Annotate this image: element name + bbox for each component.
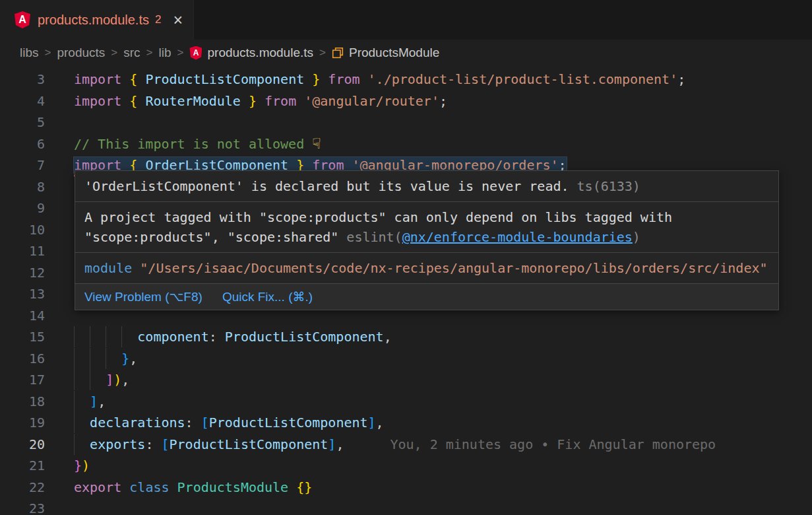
code-token: , <box>336 436 344 452</box>
indent-guide <box>74 391 75 412</box>
code-token: from <box>265 93 296 109</box>
indent-guide <box>90 348 90 369</box>
indent-guide <box>106 326 106 347</box>
code-line-4[interactable]: 4import { RouterModule } from '@angular/… <box>0 90 812 112</box>
line-text: // This import is not allowed ☟ <box>74 135 321 152</box>
code-token: from <box>328 71 359 87</box>
indent-guide <box>121 326 122 347</box>
hover-text: eslint( <box>346 229 402 245</box>
code-token: : <box>145 436 161 452</box>
hover-text: ) <box>633 229 640 245</box>
tab-bar: A products.module.ts 2 × <box>0 0 812 40</box>
breadcrumb-label: ProductsModule <box>349 46 439 60</box>
code-token: ; <box>439 93 447 109</box>
line-text: import { RouterModule } from '@angular/r… <box>74 93 447 109</box>
breadcrumb-label: libs <box>20 46 39 60</box>
hover-widget: 'OrderListComponent' is declared but its… <box>75 170 779 310</box>
code-token <box>121 479 129 495</box>
quick-fix-link[interactable]: Quick Fix... (⌘.) <box>222 289 313 304</box>
code-token <box>121 71 129 87</box>
line-text: }) <box>74 458 90 473</box>
class-symbol-icon <box>332 47 344 59</box>
code-line-20[interactable]: 20 exports: [ProductListComponent],You, … <box>0 434 812 456</box>
line-number: 7 <box>0 157 45 173</box>
code-token: component <box>137 329 208 345</box>
breadcrumb-label: products.module.ts <box>207 46 313 60</box>
code-token: ] <box>328 436 336 452</box>
code-token <box>74 436 90 452</box>
breadcrumb-separator: > <box>111 46 117 59</box>
line-text: import { ProductListComponent } from './… <box>74 71 685 87</box>
code-line-16[interactable]: 16 }, <box>0 348 812 370</box>
breadcrumb-separator: > <box>45 46 51 59</box>
breadcrumb: libs>products>src>lib>Aproducts.module.t… <box>0 40 812 66</box>
code-token: { <box>129 71 137 87</box>
line-number: 11 <box>0 243 45 259</box>
code-line-6[interactable]: 6// This import is not allowed ☟ <box>0 133 812 155</box>
indent-guide <box>90 326 90 347</box>
breadcrumb-separator: > <box>319 46 326 59</box>
code-token: ) <box>113 372 121 388</box>
code-line-22[interactable]: 22export class ProductsModule {} <box>0 477 812 498</box>
code-line-3[interactable]: 3import { ProductListComponent } from '.… <box>0 69 812 90</box>
code-line-5[interactable]: 5 <box>0 112 812 133</box>
code-token <box>137 93 145 109</box>
code-token: [ <box>201 415 209 430</box>
code-token <box>257 93 265 109</box>
indent-guide <box>106 348 106 369</box>
tab-products-module[interactable]: A products.module.ts 2 × <box>0 0 194 40</box>
line-number: 12 <box>0 265 45 281</box>
code-token: [ <box>161 436 169 452</box>
hover-status-bar: View Problem (⌥F8)Quick Fix... (⌘.) <box>75 283 778 310</box>
line-number: 13 <box>0 286 45 302</box>
line-text: ], <box>74 394 106 409</box>
hover-text: ts(6133) <box>569 178 640 194</box>
code-token <box>320 71 328 87</box>
angular-icon: A <box>15 11 30 28</box>
code-token: ProductListComponent <box>225 329 384 345</box>
code-editor[interactable]: 3import { ProductListComponent } from '.… <box>0 66 812 515</box>
breadcrumb-label: products <box>57 46 105 60</box>
code-token: } <box>312 71 320 87</box>
breadcrumb-item-src[interactable]: src <box>123 46 140 60</box>
hover-section-2: A project tagged with "scope:products" c… <box>75 202 778 252</box>
breadcrumb-item-libs[interactable]: libs <box>20 46 39 60</box>
view-problem-link[interactable]: View Problem (⌥F8) <box>84 289 203 304</box>
code-line-21[interactable]: 21}) <box>0 455 812 477</box>
line-number: 3 <box>0 71 45 87</box>
breadcrumb-label: src <box>123 46 140 60</box>
code-token <box>360 71 368 87</box>
close-icon[interactable]: × <box>173 12 183 28</box>
line-text: ]), <box>74 372 129 388</box>
line-number: 20 <box>0 436 45 452</box>
breadcrumb-item-products[interactable]: products <box>57 46 105 60</box>
breadcrumb-separator: > <box>146 46 153 59</box>
code-line-18[interactable]: 18 ], <box>0 391 812 413</box>
code-token: './product-list/product-list.component' <box>368 71 678 87</box>
code-line-17[interactable]: 17 ]), <box>0 369 812 391</box>
indent-guide <box>74 369 75 390</box>
line-number: 16 <box>0 351 45 366</box>
code-token <box>137 71 145 87</box>
code-token: '@angular/router' <box>304 93 439 109</box>
breadcrumb-item-products-module-ts[interactable]: Aproducts.module.ts <box>189 46 313 60</box>
code-token: : <box>209 329 225 345</box>
code-token: RouterModule <box>145 93 241 109</box>
line-number: 5 <box>0 114 45 130</box>
code-token: ☟ <box>312 135 321 152</box>
angular-icon: A <box>189 46 202 60</box>
code-token: ] <box>106 372 113 388</box>
line-number: 23 <box>0 500 45 515</box>
indent-guide <box>74 412 75 433</box>
breadcrumb-item-productsmodule[interactable]: ProductsModule <box>332 46 439 60</box>
breadcrumb-item-lib[interactable]: lib <box>159 46 172 60</box>
code-token: , <box>98 394 106 409</box>
code-line-23[interactable]: 23 <box>0 498 812 515</box>
code-line-19[interactable]: 19 declarations: [ProductListComponent], <box>0 412 812 434</box>
eslint-rule-link[interactable]: @nx/enforce-module-boundaries <box>402 229 633 245</box>
hover-text: module <box>84 260 140 276</box>
code-line-15[interactable]: 15 component: ProductListComponent, <box>0 326 812 348</box>
code-token: { <box>129 93 137 109</box>
hover-text: monorepo/libs/orders/src/index" <box>521 258 767 278</box>
code-token: , <box>129 351 137 366</box>
